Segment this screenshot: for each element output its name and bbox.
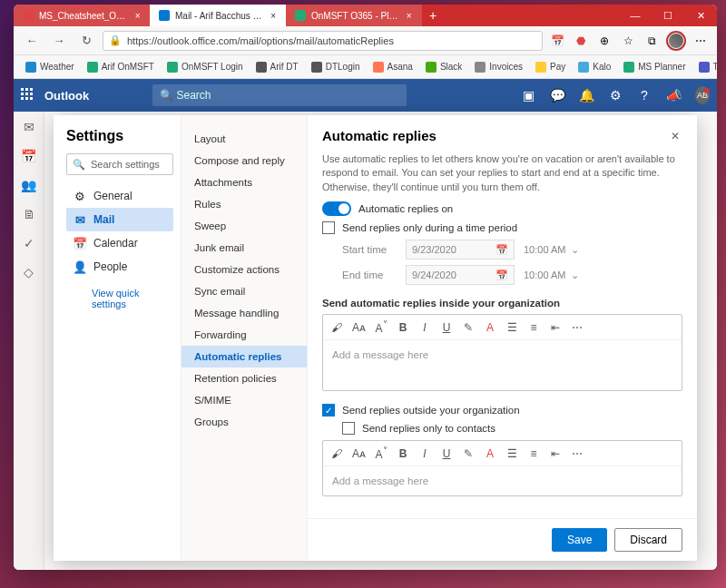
bold-icon[interactable]: B [397,321,409,334]
sub-message-handling[interactable]: Message handling [182,302,307,324]
editor-body[interactable]: Add a message here [323,466,682,495]
sub-sweep[interactable]: Sweep [182,215,307,237]
nav-mail[interactable]: ✉Mail [66,208,173,231]
paint-icon[interactable]: 🖌 [330,321,343,334]
auto-replies-toggle[interactable] [322,201,351,216]
bookmark[interactable]: MS Planner [619,60,690,74]
nav-people[interactable]: 👤People [66,255,173,279]
sub-attachments[interactable]: Attachments [182,172,307,193]
reload-button[interactable]: ↻ [75,30,97,52]
app-launcher-icon[interactable] [21,88,35,103]
calendar-icon[interactable]: 📅 [21,148,37,164]
italic-icon[interactable]: I [418,321,431,334]
sub-automatic-replies[interactable]: Automatic replies [182,346,307,368]
indent-icon[interactable]: ⇤ [549,321,562,334]
back-button[interactable]: ← [21,30,43,52]
forward-button[interactable]: → [48,30,70,52]
tab-outlook[interactable]: Mail - Arif Bacchus - Outlook × [150,5,286,26]
numbered-icon[interactable]: ≡ [527,321,540,334]
sub-compose[interactable]: Compose and reply [182,150,307,172]
highlight-icon[interactable]: ✎ [462,447,475,460]
discard-button[interactable]: Discard [614,528,682,552]
bookmark[interactable]: Invoices [470,60,527,74]
underline-icon[interactable]: U [440,447,453,460]
sub-sync[interactable]: Sync email [182,280,307,302]
bookmark[interactable]: Arif OnMSFT [83,60,159,74]
help-icon[interactable]: ? [637,88,652,103]
announcements-icon[interactable]: 📣 [666,88,681,103]
close-button[interactable]: ✕ [684,5,717,26]
collections-icon[interactable]: ⧉ [643,32,661,50]
outside-org-checkbox[interactable]: ✓ [322,404,335,416]
extension-icon[interactable]: ⊕ [595,32,613,50]
extension-icon[interactable]: 📅 [548,32,566,50]
menu-button[interactable]: ⋯ [692,32,710,50]
font-size-icon[interactable]: A˅ [375,446,388,461]
italic-icon[interactable]: I [418,447,431,460]
close-icon[interactable]: ✕ [668,129,682,143]
start-time-input[interactable]: 10:00 AM⌄ [524,244,596,256]
start-date-input[interactable]: 9/23/2020📅 [406,240,515,260]
nav-calendar[interactable]: 📅Calendar [66,231,173,255]
more-icon[interactable]: ⋯ [571,321,584,334]
bookmark[interactable]: DTLogin [307,60,365,74]
font-size-icon[interactable]: A˅ [375,319,388,335]
sub-retention[interactable]: Retention policies [182,368,307,389]
nav-general[interactable]: ⚙General [66,184,173,208]
bullets-icon[interactable]: ☰ [505,321,518,334]
favorites-icon[interactable]: ☆ [619,32,637,50]
files-icon[interactable]: 🗎 [21,206,37,222]
search-input[interactable]: 🔍 Search [152,84,407,106]
sub-forwarding[interactable]: Forwarding [182,324,307,346]
bold-icon[interactable]: B [397,447,409,460]
bookmark[interactable]: Slack [421,60,466,74]
meet-now-icon[interactable]: ▣ [521,88,535,103]
mail-icon[interactable]: ✉ [21,119,37,135]
highlight-icon[interactable]: ✎ [462,321,475,334]
bookmark[interactable]: Asana [368,60,417,74]
more-icon[interactable]: ⋯ [571,447,584,460]
sub-groups[interactable]: Groups [182,411,307,433]
bookmark[interactable]: Pay [531,60,570,74]
address-bar[interactable]: 🔒 https://outlook.office.com/mail/option… [103,31,543,51]
notifications-icon[interactable]: 🔔 [579,88,594,103]
numbered-icon[interactable]: ≡ [527,447,540,460]
bookmark[interactable]: OnMSFT Login [162,60,248,74]
editor-body[interactable]: Add a message here [323,340,682,390]
close-icon[interactable]: × [135,11,141,20]
font-color-icon[interactable]: A [484,447,496,460]
font-family-icon[interactable]: Aᴀ [352,447,366,460]
new-tab-button[interactable]: + [422,5,444,26]
sub-customize[interactable]: Customize actions [182,259,307,280]
todo-icon[interactable]: ✓ [21,235,37,251]
close-icon[interactable]: × [270,11,277,20]
time-period-checkbox[interactable] [322,221,335,234]
bookmark[interactable]: Weather [21,60,79,74]
profile-avatar[interactable]: AB [695,88,710,103]
bookmark[interactable]: Arif DT [251,60,303,74]
end-time-input[interactable]: 10:00 AM⌄ [524,270,596,281]
sub-layout[interactable]: Layout [182,128,307,150]
tab-planner[interactable]: OnMSFT O365 - Planner × [286,5,422,26]
font-family-icon[interactable]: Aᴀ [352,321,366,334]
minimize-button[interactable]: — [619,5,652,26]
underline-icon[interactable]: U [440,321,453,334]
indent-icon[interactable]: ⇤ [549,447,562,460]
tab-cheatsheet[interactable]: MS_Cheatsheet_OutlookMailOn… × [14,5,150,26]
people-icon[interactable]: 👥 [21,177,37,193]
bookmark[interactable]: Teams [694,60,717,74]
sub-junk[interactable]: Junk email [182,237,307,259]
chat-icon[interactable]: 💬 [550,88,564,103]
paint-icon[interactable]: 🖌 [330,447,343,460]
settings-icon[interactable]: ⚙ [608,88,623,103]
save-button[interactable]: Save [552,528,607,552]
sub-smime[interactable]: S/MIME [182,389,307,411]
view-quick-settings-link[interactable]: View quick settings [92,288,173,309]
sub-rules[interactable]: Rules [182,193,307,215]
close-icon[interactable]: × [405,11,413,20]
settings-search-input[interactable]: 🔍 Search settings [66,153,173,175]
font-color-icon[interactable]: A [484,321,496,334]
bullets-icon[interactable]: ☰ [505,447,518,460]
end-date-input[interactable]: 9/24/2020📅 [406,265,515,285]
maximize-button[interactable]: ☐ [652,5,684,26]
